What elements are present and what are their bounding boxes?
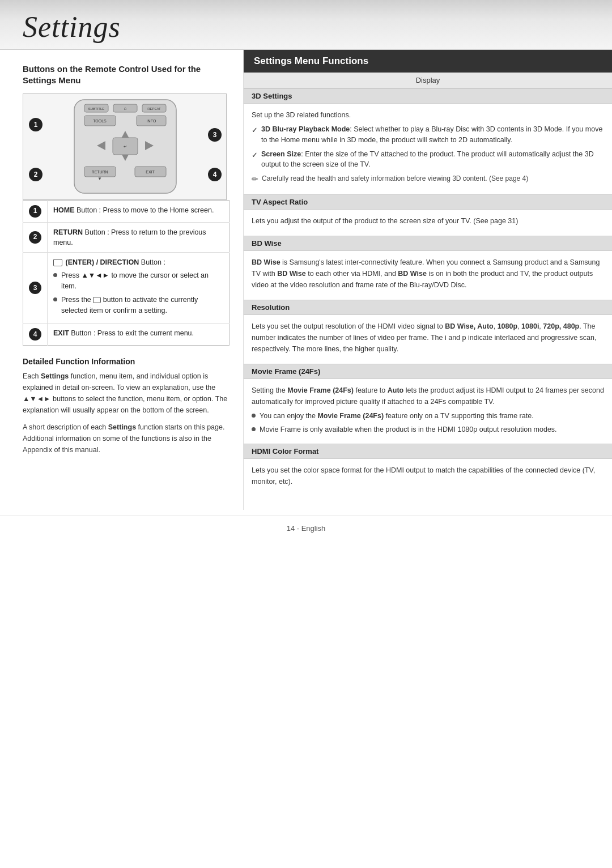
circle-label-2: 2 [29,168,42,181]
table-row: 2 RETURN Button : Press to return to the… [23,223,230,253]
btn-desc-2: RETURN Button : Press to return to the p… [48,223,230,253]
table-row: 3 (ENTER) / DIRECTION Button : Press ▲▼◄… [23,253,230,324]
left-section-heading: Buttons on the Remote Control Used for t… [23,63,230,86]
svg-text:RETURN: RETURN [91,170,108,174]
table-row: 4 EXIT Button : Press to exit the curren… [23,324,230,346]
detailed-function-heading: Detailed Function Information [23,357,230,366]
page-footer: 14 - English [0,516,612,538]
remote-diagram: SUBTITLE ⌂ REPEAT TOOLS INFO [23,93,227,200]
check-item-3d-bluray: ✓ 3D Blu-ray Playback Mode: Select wheth… [252,124,604,146]
circle-label-4: 4 [208,168,222,181]
page-title: Settings [23,11,121,43]
buttons-table: 1 HOME Button : Press to move to the Hom… [23,200,230,346]
svg-text:TOOLS: TOOLS [93,119,107,123]
svg-text:REPEAT: REPEAT [147,107,161,110]
left-column: Buttons on the Remote Control Used for t… [0,50,244,510]
note-item-3d: ✏ Carefully read the health and safety i… [252,173,604,185]
section-label-resolution: Resolution [244,300,612,315]
svg-text:SUBTITLE: SUBTITLE [88,107,105,110]
circle-label-3: 3 [208,128,222,142]
page-number: 14 [287,524,295,533]
circle-label-1: 1 [29,118,42,131]
section-body-movie-frame: Setting the Movie Frame (24Fs) feature t… [244,379,612,444]
btn-circle-1: 1 [29,205,41,218]
language-label: English [301,524,326,533]
smf-header: Settings Menu Functions [244,50,612,73]
svg-text:↵: ↵ [124,144,127,148]
section-body-tv-aspect: Lets you adjust the output of the produc… [244,210,612,236]
btn-desc-1: HOME Button : Press to move to the Home … [48,201,230,223]
btn-circle-4: 4 [29,328,41,341]
svg-text:▼: ▼ [97,176,102,181]
bullet-movie-frame-1: You can enjoy the Movie Frame (24Fs) fea… [252,411,604,422]
section-body-hdmi-color: Lets you set the color space format for … [244,459,612,496]
table-row: 1 HOME Button : Press to move to the Hom… [23,201,230,223]
display-subheader: Display [244,73,612,88]
section-body-3d: Set up the 3D related functions. ✓ 3D Bl… [244,104,612,194]
detailed-para-1: Each Settings function, menu item, and i… [23,371,230,416]
main-content: Buttons on the Remote Control Used for t… [0,50,612,510]
section-body-bd-wise: BD Wise is Samsung's latest inter-connec… [244,251,612,300]
check-item-screen-size: ✓ Screen Size: Enter the size of the TV … [252,149,604,171]
detailed-para-2: A short description of each Settings fun… [23,422,230,456]
svg-text:INFO: INFO [147,119,156,123]
section-label-bd-wise: BD Wise [244,236,612,251]
btn-desc-4: EXIT Button : Press to exit the current … [48,324,230,346]
section-label-tv-aspect: TV Aspect Ratio [244,194,612,210]
bullet-movie-frame-2: Movie Frame is only available when the p… [252,424,604,435]
btn-circle-2: 2 [29,231,41,244]
svg-text:EXIT: EXIT [146,170,155,174]
section-label-hdmi-color: HDMI Color Format [244,444,612,459]
svg-text:⌂: ⌂ [124,106,127,111]
section-label-3d: 3D Settings [244,88,612,104]
right-column: Settings Menu Functions Display 3D Setti… [244,50,612,510]
section-label-movie-frame: Movie Frame (24Fs) [244,364,612,379]
section-body-resolution: Lets you set the output resolution of th… [244,315,612,364]
remote-svg: SUBTITLE ⌂ REPEAT TOOLS INFO [23,94,227,201]
btn-circle-3: 3 [29,282,41,294]
page-header: Settings [0,0,612,50]
btn-desc-3: (ENTER) / DIRECTION Button : Press ▲▼◄► … [48,253,230,324]
